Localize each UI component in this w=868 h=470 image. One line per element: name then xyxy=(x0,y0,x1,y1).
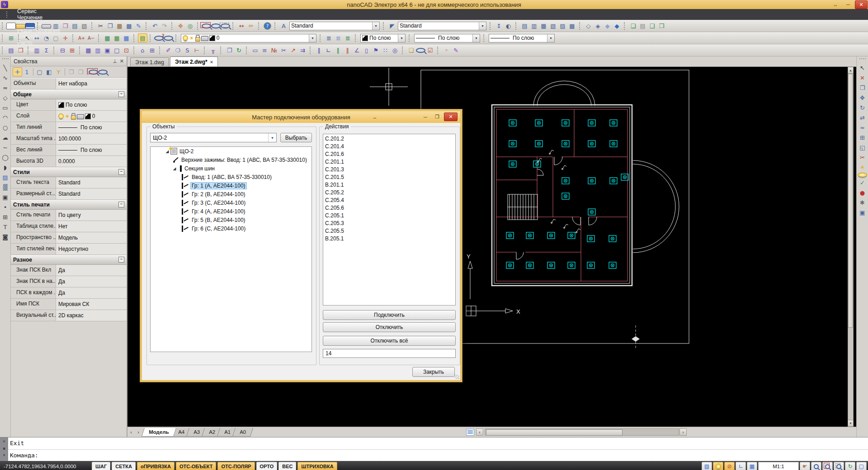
property-value[interactable]: Да xyxy=(56,265,127,276)
place-lamp-icon[interactable]: ❍ xyxy=(173,46,183,55)
record-icon[interactable]: ● xyxy=(858,188,867,197)
action-list-item[interactable]: C.205.5 xyxy=(325,227,455,235)
close-icon[interactable]: ✕ xyxy=(120,58,124,64)
zoom-window-status-icon[interactable] xyxy=(822,462,833,470)
scale-icon[interactable]: ◱ xyxy=(858,143,867,152)
project-properties-icon[interactable]: ❒ xyxy=(16,46,25,55)
toggle-оПРИВЯЗКА[interactable]: оПРИВЯЗКА xyxy=(137,462,175,470)
drawing-canvas[interactable]: Y X ▲ ▼ xyxy=(127,67,856,427)
paste-icon[interactable]: ▦ xyxy=(115,21,124,30)
toolbar-grip[interactable] xyxy=(2,22,5,30)
trace-delete-icon[interactable]: ∥ xyxy=(343,46,352,55)
text-icon[interactable]: T xyxy=(0,222,10,231)
lineweight-combo[interactable]: По слою▾ xyxy=(489,34,555,42)
trace-add-icon[interactable]: ∥ xyxy=(333,46,343,55)
arc-icon[interactable]: ◠ xyxy=(0,113,10,122)
property-value[interactable]: Да xyxy=(56,276,127,287)
select-window-icon[interactable]: ▢ xyxy=(35,67,44,76)
chevron-down-icon[interactable]: ▾ xyxy=(309,34,316,42)
horizontal-scrollbar[interactable] xyxy=(485,428,679,436)
place-switch-pair-icon[interactable]: ╥ xyxy=(208,46,218,55)
pan-icon[interactable]: ✥ xyxy=(176,21,185,30)
toolbar-grip[interactable] xyxy=(310,47,312,54)
building-manager-icon[interactable]: ▦ xyxy=(84,46,93,55)
toolbar-grip[interactable] xyxy=(150,34,152,42)
tree-item[interactable]: Гр: 1 (А, АЕ2044-100) xyxy=(151,181,311,190)
toolbar-grip[interactable] xyxy=(579,22,582,30)
zoom-realtime-icon[interactable] xyxy=(211,24,221,28)
trace-parallel-icon[interactable]: ∥ xyxy=(314,46,324,55)
array-icon[interactable]: ⊞ xyxy=(858,133,867,142)
close-tab-icon[interactable]: × xyxy=(210,59,213,65)
edit-box-icon[interactable]: ❏ xyxy=(406,46,416,55)
zoom-status-icon[interactable] xyxy=(811,462,821,470)
minimize-window-button[interactable]: ─ xyxy=(842,1,854,9)
toolbar-grip[interactable] xyxy=(171,22,174,30)
zoom-object-icon[interactable] xyxy=(164,36,173,41)
select-window-icon[interactable]: ▢ xyxy=(51,33,61,42)
menu-сервис[interactable]: Сервис xyxy=(12,8,66,14)
regen-icon[interactable]: ↻ xyxy=(845,462,855,470)
wire-direction-icon[interactable]: ↗ xyxy=(288,46,298,55)
room-create-icon[interactable]: ⌂ xyxy=(138,46,147,55)
toolbar-grip[interactable] xyxy=(490,22,492,30)
trace-flag-icon[interactable]: ⚑ xyxy=(371,46,381,55)
property-value[interactable]: По слою xyxy=(56,145,127,155)
pin-icon[interactable]: ⊥ xyxy=(113,58,117,64)
collapse-icon[interactable]: − xyxy=(118,169,124,175)
expand-icon[interactable]: ◢ xyxy=(171,166,178,171)
text-style-combo[interactable]: Standard▾ xyxy=(289,22,380,30)
shape-copy-icon[interactable]: ❐ xyxy=(225,46,234,55)
text-increase-icon[interactable]: A+ xyxy=(77,33,86,42)
shade-realistic-icon[interactable]: ◆ xyxy=(612,21,622,30)
trim-icon[interactable]: ✂ xyxy=(858,153,867,162)
table-icon[interactable]: ⊞ xyxy=(0,212,10,221)
plan-point-icon[interactable]: ⊡ xyxy=(122,46,131,55)
toolbar-grip[interactable] xyxy=(197,22,200,30)
toolbar-grip[interactable] xyxy=(159,47,162,54)
zoom-window-small-icon[interactable] xyxy=(89,70,98,75)
zoom-extents-icon[interactable] xyxy=(221,24,230,28)
shape-update-icon[interactable]: ↻ xyxy=(234,46,244,55)
chevron-down-icon[interactable]: ▾ xyxy=(268,133,276,142)
connect-button[interactable]: Подключить xyxy=(323,310,456,320)
view-top-icon[interactable]: ▤ xyxy=(520,21,529,30)
trace-dots-icon[interactable]: ∷ xyxy=(381,46,390,55)
toolbar-grip[interactable] xyxy=(72,34,75,42)
tree-item[interactable]: Гр: 5 (В, АЕ2044-100) xyxy=(151,216,311,224)
point-icon[interactable]: • xyxy=(0,202,10,212)
save-file-icon[interactable] xyxy=(25,23,35,29)
property-value[interactable]: По цвету xyxy=(56,210,127,221)
action-list-item[interactable]: C.201.1 xyxy=(325,158,455,166)
selection-off-icon[interactable]: ⊘ xyxy=(724,462,735,470)
toolbar-grip[interactable] xyxy=(2,34,5,42)
select-one-icon[interactable]: 1 xyxy=(22,67,32,76)
dim-style-combo[interactable]: Standard▾ xyxy=(398,22,486,30)
doc-tab--1-dwg[interactable]: Этаж 1.dwg xyxy=(130,57,169,66)
notebook-icon[interactable]: ▤ xyxy=(138,33,147,42)
property-group-Разное[interactable]: Разное− xyxy=(11,255,127,265)
circle-icon[interactable]: ○ xyxy=(0,123,10,132)
export-table-icon[interactable]: ▦ xyxy=(112,33,122,42)
toolbar-grip[interactable] xyxy=(98,34,101,42)
layout-tab-А0[interactable]: А0 xyxy=(232,428,253,437)
resize-grip[interactable] xyxy=(455,375,459,379)
property-value[interactable]: 0.0000 xyxy=(56,156,127,167)
view-iso-icon[interactable]: ▩ xyxy=(567,21,577,30)
layout-next-icon[interactable]: › xyxy=(135,428,142,436)
action-list-item[interactable]: B.205.1 xyxy=(325,235,455,243)
layer-states-icon[interactable]: ≣ xyxy=(334,33,343,42)
toolbar-grip[interactable] xyxy=(204,47,207,54)
chevron-down-icon[interactable]: ▾ xyxy=(372,22,379,30)
dialog-dock-button[interactable]: ↔ xyxy=(370,113,380,121)
action-list-item[interactable]: C.205.6 xyxy=(325,204,455,212)
menu-черчение[interactable]: Черчение xyxy=(12,14,66,21)
hscroll-left-icon[interactable]: ‹ xyxy=(476,428,483,436)
rectangle-icon[interactable]: ▭ xyxy=(0,103,10,112)
hyperlink-edit-icon[interactable]: ❒ xyxy=(657,21,666,30)
property-value[interactable]: ☀0 xyxy=(56,111,127,122)
toolbar-grip[interactable] xyxy=(383,22,386,30)
tree-item[interactable]: ◢Секция шин xyxy=(151,164,311,173)
zoom-window-icon[interactable] xyxy=(202,24,211,28)
view-bottom-icon[interactable]: ▥ xyxy=(529,21,539,30)
